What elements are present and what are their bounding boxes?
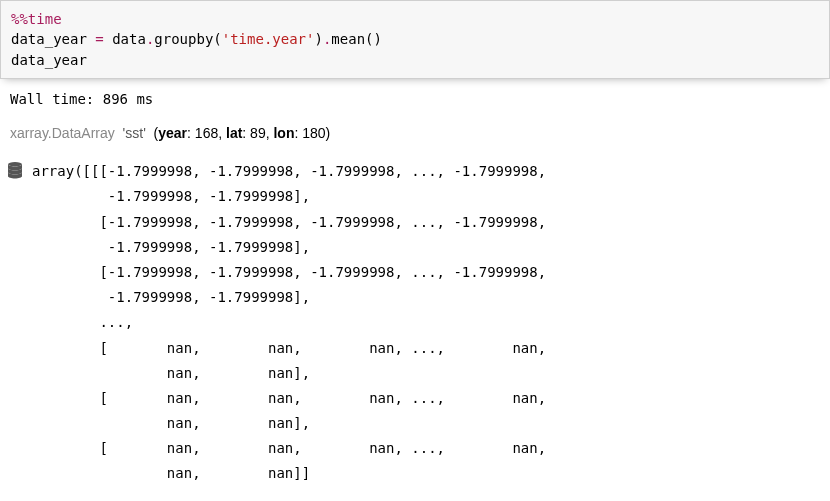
code-call: groupby( bbox=[154, 31, 221, 47]
magic-command: %%time bbox=[11, 11, 62, 27]
code-string: 'time.year' bbox=[222, 31, 315, 47]
wall-time-output: Wall time: 896 ms bbox=[0, 79, 830, 109]
module-name: xarray.DataArray bbox=[10, 125, 115, 141]
dims: (year: 168, lat: 89, lon: 180) bbox=[154, 125, 331, 141]
variable-name: 'sst' bbox=[123, 125, 146, 141]
dataarray-repr-header: xarray.DataArray 'sst' (year: 168, lat: … bbox=[0, 109, 830, 159]
code-token: data_year bbox=[11, 52, 87, 68]
code-input-cell[interactable]: %%time data_year = data.groupby('time.ye… bbox=[0, 0, 830, 79]
code-close: ) bbox=[314, 31, 322, 47]
code-operator: = bbox=[95, 31, 103, 47]
code-token: data_year bbox=[11, 31, 95, 47]
svg-point-0 bbox=[8, 162, 22, 166]
code-token: data bbox=[104, 31, 146, 47]
code-call: mean() bbox=[331, 31, 382, 47]
database-icon[interactable] bbox=[6, 161, 24, 187]
array-repr-text: array([[[-1.7999998, -1.7999998, -1.7999… bbox=[32, 159, 546, 486]
array-output: array([[[-1.7999998, -1.7999998, -1.7999… bbox=[0, 159, 830, 486]
